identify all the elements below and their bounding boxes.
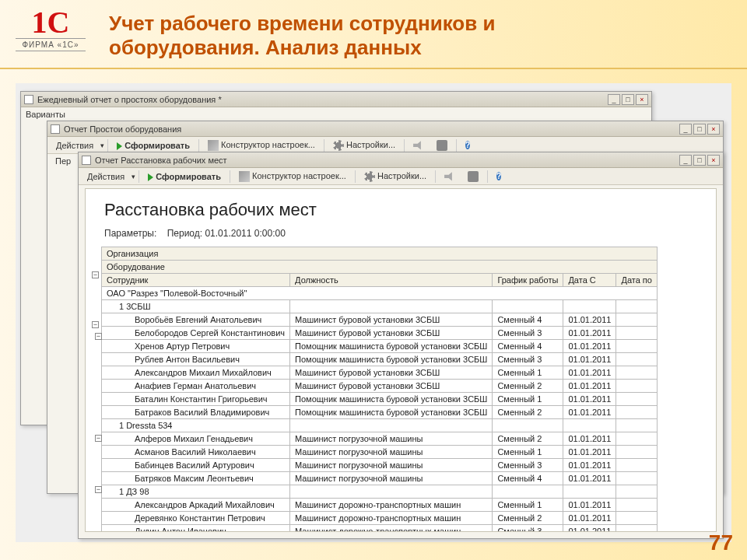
cell: Александров Михаил Михайлович <box>102 366 290 380</box>
actions-menu[interactable]: Действия <box>51 138 99 152</box>
cell: 01.01.2011 <box>563 393 616 406</box>
win1-title: Ежедневный отчет о простоях оборудования… <box>37 95 608 104</box>
help-button[interactable]: ? <box>491 169 507 184</box>
cell <box>563 419 616 432</box>
close-button[interactable]: × <box>707 155 720 166</box>
cell: Сменный 4 <box>493 313 563 327</box>
wrench-icon <box>239 171 250 182</box>
col-pos: Должность <box>290 274 493 287</box>
minimize-button[interactable]: _ <box>679 124 692 135</box>
hdr-org: Организация <box>102 247 658 261</box>
cell: Рублев Антон Васильевич <box>102 353 290 366</box>
cell: 01.01.2011 <box>563 366 616 380</box>
restore-button[interactable]: □ <box>622 94 634 105</box>
print-button[interactable] <box>462 169 484 184</box>
cell: Машинист погрузочной машины <box>290 472 493 485</box>
table-row: Бабинцев Василий АртуровичМашинист погру… <box>102 459 658 472</box>
cell <box>563 300 616 313</box>
cell: Бабинцев Василий Артурович <box>102 459 290 472</box>
cell <box>616 512 658 525</box>
cell: 01.01.2011 <box>563 446 616 459</box>
cell <box>616 419 658 432</box>
tree-toggle[interactable]: − <box>92 271 99 278</box>
doc-icon <box>82 156 91 165</box>
cell <box>616 446 658 459</box>
cell <box>616 472 658 485</box>
cell: Машинист погрузочной машины <box>290 459 493 472</box>
cell: Сменный 2 <box>493 406 563 419</box>
col-from: Дата С <box>563 274 616 287</box>
close-button[interactable]: × <box>636 94 648 105</box>
cell: Деревянко Константин Петрович <box>102 512 290 525</box>
doc-icon <box>51 124 60 134</box>
print-button[interactable] <box>431 138 453 153</box>
form-button[interactable]: Сформировать <box>111 138 195 152</box>
cell: Баталин Константин Григорьевич <box>102 393 290 406</box>
cell: Сменный 4 <box>493 472 563 485</box>
tree-toggle[interactable]: − <box>92 321 99 328</box>
table-row: Дудин Антон ИвановичМашинист дорожно-тра… <box>102 525 658 533</box>
cell <box>290 485 493 499</box>
close-button[interactable]: × <box>707 124 720 135</box>
minimize-button[interactable]: _ <box>608 94 620 105</box>
cell: Дудин Антон Иванович <box>102 525 290 533</box>
report-grid: Организация Оборудование Сотрудник Должн… <box>101 247 658 532</box>
cell <box>616 300 658 313</box>
cell <box>493 485 563 499</box>
settings-button[interactable]: Настройки... <box>328 138 401 153</box>
tree-toggle[interactable]: − <box>95 435 102 442</box>
cell: Воробьёв Евгений Анатольевич <box>102 313 290 327</box>
form-button[interactable]: Сформировать <box>142 170 226 184</box>
constructor-button[interactable]: Конструктор настроек... <box>202 138 321 153</box>
cell: 01.01.2011 <box>563 472 616 485</box>
page-title: Учет рабочего времени сотрудников и обор… <box>109 12 576 60</box>
cell: Помощник машиниста буровой установки 3СБ… <box>290 406 493 419</box>
restore-button[interactable]: □ <box>693 155 706 166</box>
tree-toggle[interactable]: − <box>95 486 102 493</box>
cell <box>290 419 493 432</box>
cell: Александров Аркадий Михайлович <box>102 499 290 512</box>
cell: 1 3СБШ <box>102 300 290 313</box>
hdr-equip: Оборудование <box>102 261 658 274</box>
col-to: Дата по <box>616 274 658 287</box>
report-body: Расстановка рабочих мест Параметры: Пери… <box>85 188 717 532</box>
gear-icon <box>333 140 344 151</box>
cell <box>616 353 658 366</box>
cell: Машинист дорожно-транспортных машин <box>290 525 493 533</box>
cell: Анафиев Герман Анатольевич <box>102 380 290 393</box>
cell: Батраков Василий Владимирович <box>102 406 290 419</box>
col-emp: Сотрудник <box>102 274 290 287</box>
cell <box>563 485 616 499</box>
cell: 1 Dressta 534 <box>102 419 290 432</box>
table-row: Рублев Антон ВасильевичПомощник машинист… <box>102 353 658 366</box>
cell <box>616 525 658 533</box>
cell: Сменный 2 <box>493 512 563 525</box>
speaker-button[interactable] <box>439 169 461 184</box>
speaker-button[interactable] <box>408 138 430 153</box>
wrench-icon <box>208 140 219 151</box>
cell: Сменный 3 <box>493 353 563 366</box>
cell <box>616 459 658 472</box>
table-row: ОАО "Разрез "Полевой-Восточный" <box>102 287 658 300</box>
restore-button[interactable]: □ <box>693 124 706 135</box>
settings-button[interactable]: Настройки... <box>359 169 432 184</box>
cell <box>493 300 563 313</box>
cell: 1 ДЗ 98 <box>102 485 290 499</box>
doc-icon <box>24 95 33 104</box>
cell: Сменный 1 <box>493 499 563 512</box>
constructor-button[interactable]: Конструктор настроек... <box>233 169 352 184</box>
actions-menu[interactable]: Действия <box>82 170 130 184</box>
cell: Сменный 3 <box>493 459 563 472</box>
table-row: Анафиев Герман АнатольевичМашинист буров… <box>102 380 658 393</box>
help-button[interactable]: ? <box>460 138 475 153</box>
tree-toggle[interactable]: − <box>95 333 102 340</box>
win2-title: Отчет Простои оборудования <box>64 124 679 134</box>
report-params: Параметры: Период: 01.01.2011 0:00:00 <box>104 228 711 239</box>
minimize-button[interactable]: _ <box>679 155 692 166</box>
cell: Сменный 2 <box>493 432 563 446</box>
cell: Машинист буровой установки 3СБШ <box>290 327 493 340</box>
table-row: Батраков Василий ВладимировичПомощник ма… <box>102 406 658 419</box>
cell: 01.01.2011 <box>563 406 616 419</box>
table-row: 1 Dressta 534 <box>102 419 658 432</box>
cell <box>290 300 493 313</box>
